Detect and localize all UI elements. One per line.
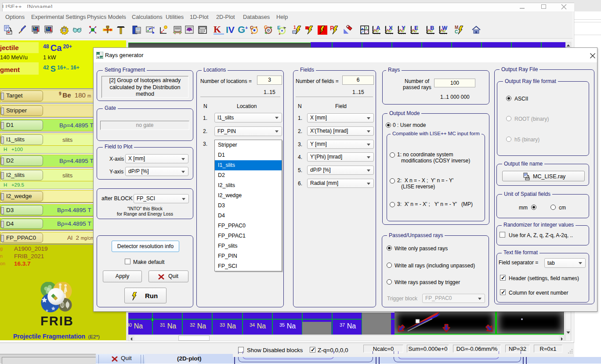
svg-text:1: 1 [293, 25, 296, 30]
svg-text:E: E [414, 25, 418, 31]
svg-text:G: G [264, 25, 268, 30]
svg-text:P: P [330, 25, 334, 32]
svg-text:Y: Y [402, 25, 405, 31]
svg-text:W: W [442, 25, 448, 31]
svg-text:C: C [250, 25, 253, 30]
svg-text:C: C [455, 29, 458, 34]
svg-text:B: B [430, 25, 434, 31]
svg-text:E: E [277, 25, 280, 30]
svg-text:X: X [389, 25, 393, 31]
svg-text:LI: LI [97, 53, 99, 55]
svg-text:￥: ￥ [97, 56, 100, 59]
svg-text:S6: S6 [100, 56, 104, 59]
svg-text:A: A [376, 25, 380, 31]
